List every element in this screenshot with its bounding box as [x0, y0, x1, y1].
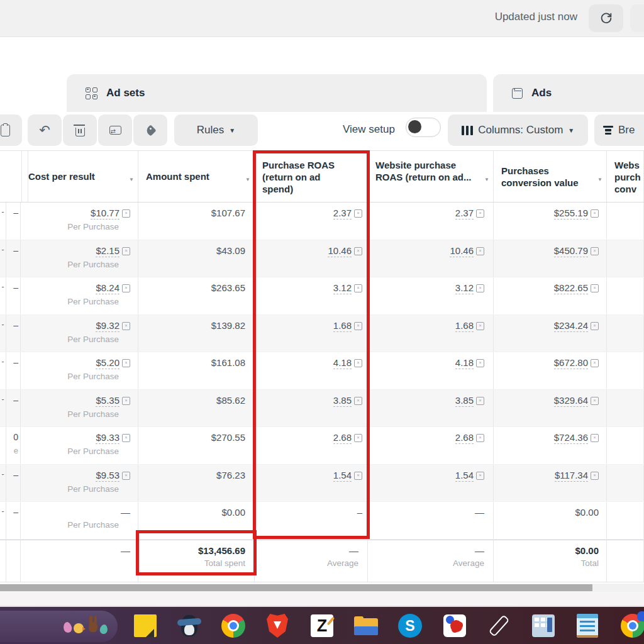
website-roas-value[interactable]: — — [475, 507, 484, 518]
tag-button[interactable] — [133, 114, 167, 146]
purchase-roas-value[interactable]: 3.12 — [333, 282, 352, 294]
cost-per-result-value[interactable]: $8.24 — [96, 282, 119, 294]
sort-chevron-icon[interactable]: ▼ — [129, 174, 134, 186]
conversion-value[interactable]: $329.64 — [554, 395, 588, 407]
cost-per-result-value[interactable]: $10.77 — [91, 208, 119, 219]
file-manager-icon[interactable] — [353, 613, 379, 638]
result-type-label: Per Purchase — [21, 372, 138, 381]
purchase-roas-value[interactable]: 2.68 — [333, 432, 352, 444]
header-amount-spent[interactable]: Amount spent ▼ — [138, 151, 255, 202]
website-roas-value[interactable]: 3.85 — [455, 395, 474, 407]
sticky-note-icon[interactable] — [133, 613, 158, 638]
purchase-roas-value[interactable]: 1.54 — [333, 470, 352, 482]
notepad-icon[interactable] — [575, 613, 600, 638]
purchase-roas-value[interactable]: 3.85 — [333, 395, 352, 407]
tab-campaigns-active[interactable] — [0, 74, 60, 112]
z-app-icon[interactable]: Z — [309, 613, 335, 638]
conversion-value[interactable]: $234.24 — [554, 320, 588, 332]
table-row[interactable]: - – $5.20 Per Purchase $161.08 4.18 4.18… — [0, 352, 644, 390]
conversion-value[interactable]: $117.34 — [555, 470, 588, 482]
table-row[interactable]: - – — Per Purchase $0.00 – — $0.00 — [0, 502, 644, 540]
cost-per-result-value[interactable]: $5.35 — [96, 395, 119, 407]
tab-ad-sets[interactable]: Ad sets — [67, 74, 487, 112]
chrome-shortcut-icon[interactable] — [620, 613, 644, 638]
cost-per-result-value[interactable]: $9.32 — [96, 320, 119, 332]
sort-chevron-icon[interactable]: ▼ — [245, 174, 250, 186]
refresh-button[interactable] — [589, 4, 623, 32]
table-row[interactable]: - – $8.24 Per Purchase $263.65 3.12 3.12… — [0, 277, 644, 315]
undo-button[interactable]: ↶ — [28, 114, 62, 146]
ads-manager-screen: Updated just now Ad sets Ads ↶ Rules ▼ V… — [0, 0, 644, 644]
purchase-roas-cell: 2.37 — [255, 203, 368, 240]
conversion-value[interactable]: $724.36 — [554, 432, 588, 444]
rules-dropdown[interactable]: Rules ▼ — [174, 114, 258, 146]
calculator-icon[interactable] — [531, 613, 556, 638]
cost-per-result-cell: $5.20 Per Purchase — [21, 352, 138, 389]
hidden-column-fragment: - — [0, 282, 6, 291]
tlauncher-penguin-icon[interactable] — [177, 613, 202, 638]
ab-test-button[interactable] — [98, 114, 132, 146]
header-purchase-roas[interactable]: Purchase ROAS (return on ad spend) — [255, 151, 368, 202]
conversion-value-cell: $234.24 — [494, 315, 607, 352]
cost-per-result-value[interactable]: $9.53 — [96, 470, 119, 482]
table-row[interactable]: 0 e $9.33 Per Purchase $270.55 2.68 2.68… — [0, 427, 644, 465]
cost-per-result-cell: $9.32 Per Purchase — [21, 315, 138, 352]
purchase-roas-value[interactable]: – — [357, 507, 362, 518]
paint-app-icon[interactable] — [442, 613, 467, 638]
conversion-value[interactable]: $255.19 — [554, 208, 588, 219]
tab-ad-sets-label: Ad sets — [106, 87, 145, 99]
conversion-value[interactable]: $450.79 — [554, 245, 588, 257]
scrollbar-thumb[interactable] — [0, 584, 592, 591]
metrics-table: Cost per result ▼ Amount spent ▼ Purchas… — [0, 150, 644, 582]
pen-tool-icon[interactable] — [486, 613, 511, 638]
sort-chevron-icon[interactable]: ▼ — [484, 174, 489, 186]
sort-chevron-icon[interactable]: ▼ — [597, 174, 602, 186]
cost-per-result-value[interactable]: — — [121, 507, 130, 518]
cost-per-result-value[interactable]: $9.33 — [96, 432, 119, 444]
header-website-purchases-cut[interactable]: Webs purch conv — [607, 151, 644, 202]
table-row[interactable]: - – $5.35 Per Purchase $85.62 3.85 3.85 … — [0, 390, 644, 428]
header-cost-per-result[interactable]: Cost per result ▼ — [21, 151, 138, 202]
table-row[interactable]: - – $10.77 Per Purchase $107.67 2.37 2.3… — [0, 203, 644, 240]
purchase-roas-value[interactable]: 2.37 — [333, 208, 352, 219]
table-row[interactable]: - – $2.15 Per Purchase $43.09 10.46 10.4… — [0, 240, 644, 278]
header-purchases-conversion-value[interactable]: Purchases conversion value ▼ — [494, 151, 607, 202]
website-roas-value[interactable]: 1.54 — [455, 470, 474, 482]
website-roas-value[interactable]: 2.68 — [455, 432, 474, 444]
tab-ads[interactable]: Ads — [493, 74, 644, 112]
view-setup-toggle[interactable] — [406, 118, 441, 137]
website-roas-value[interactable]: 2.37 — [455, 208, 474, 219]
conversion-value[interactable]: $672.80 — [554, 357, 588, 369]
delete-button[interactable] — [63, 114, 97, 146]
website-roas-value[interactable]: 1.68 — [455, 320, 474, 332]
breakdown-dropdown[interactable]: Bre — [594, 114, 644, 146]
chrome-icon[interactable] — [221, 613, 246, 638]
conversion-value[interactable]: $0.00 — [575, 507, 599, 518]
website-roas-value[interactable]: 4.18 — [455, 357, 474, 369]
conversion-value-cell: $724.36 — [494, 427, 607, 464]
partial-button[interactable] — [630, 4, 644, 32]
website-roas-value[interactable]: 10.46 — [450, 245, 474, 257]
table-row[interactable]: - – $9.32 Per Purchase $139.82 1.68 1.68… — [0, 315, 644, 353]
cut-cell — [607, 240, 644, 277]
purchase-roas-value[interactable]: 10.46 — [328, 245, 352, 257]
purchase-roas-value[interactable]: 4.18 — [333, 357, 352, 369]
cost-per-result-value[interactable]: $2.15 — [96, 245, 119, 257]
brave-icon[interactable] — [265, 613, 290, 638]
table-row[interactable]: - – $9.53 Per Purchase $76.23 1.54 1.54 … — [0, 465, 644, 502]
skype-icon[interactable]: S — [397, 613, 423, 638]
hidden-column-fragment: - — [0, 320, 6, 329]
header-website-purchase-roas[interactable]: Website purchase ROAS (return on ad... ▼ — [368, 151, 494, 202]
purchase-roas-value[interactable]: 1.68 — [333, 320, 352, 332]
website-roas-cell: 1.54 — [368, 465, 494, 502]
cost-per-result-value[interactable]: $5.20 — [96, 357, 119, 369]
website-roas-value[interactable]: 3.12 — [455, 282, 474, 294]
horizontal-scrollbar[interactable] — [0, 584, 644, 592]
result-type-label: Per Purchase — [21, 260, 138, 269]
attribution-icon — [354, 322, 362, 330]
columns-dropdown[interactable]: Columns: Custom ▼ — [448, 114, 588, 146]
conversion-value[interactable]: $822.65 — [554, 282, 588, 294]
result-type-label: Per Purchase — [21, 447, 138, 456]
attribution-icon — [591, 359, 599, 367]
copy-button[interactable] — [0, 114, 22, 146]
